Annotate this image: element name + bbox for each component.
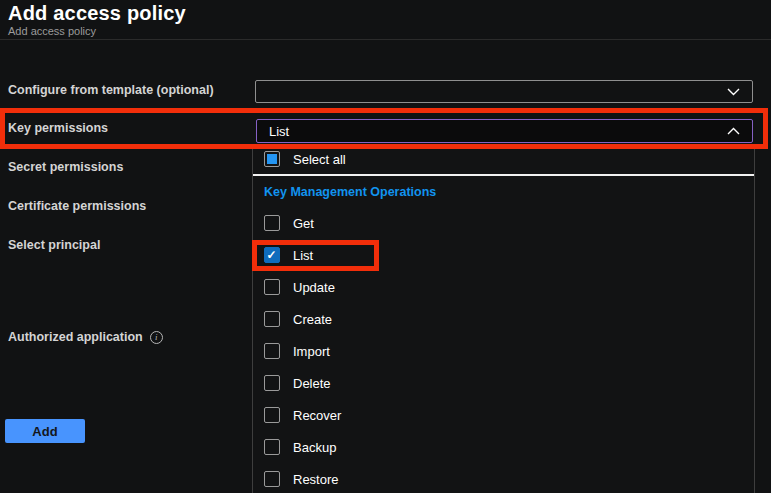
create-checkbox[interactable] [264,311,280,327]
label-select-principal: Select principal [8,238,100,252]
page-title: Add access policy [8,2,186,25]
add-button[interactable]: Add [5,419,85,443]
update-checkbox[interactable] [264,279,280,295]
option-import[interactable]: Import [253,339,754,363]
option-label: List [293,248,313,263]
info-icon[interactable]: i [150,331,163,344]
label-configure-from-template: Configure from template (optional) [8,83,214,97]
option-delete[interactable]: Delete [253,371,754,395]
header-divider [0,39,771,40]
label-secret-permissions: Secret permissions [8,160,123,174]
key-permissions-dropdown-value: List [269,124,289,139]
option-backup[interactable]: Backup [253,435,754,459]
option-list[interactable]: List [253,243,754,267]
label-key-permissions: Key permissions [8,121,108,135]
select-all-option[interactable]: Select all [253,147,754,171]
template-dropdown[interactable] [255,80,753,103]
option-label: Backup [293,440,336,455]
key-permissions-dropdown[interactable]: List [256,119,753,143]
chevron-down-icon [727,88,740,96]
option-label: Update [293,280,335,295]
import-checkbox[interactable] [264,343,280,359]
option-get[interactable]: Get [253,211,754,235]
select-all-checkbox[interactable] [264,151,280,167]
get-checkbox[interactable] [264,215,280,231]
option-restore[interactable]: Restore [253,467,754,491]
option-create[interactable]: Create [253,307,754,331]
option-label: Recover [293,408,341,423]
option-label: Import [293,344,330,359]
delete-checkbox[interactable] [264,375,280,391]
option-update[interactable]: Update [253,275,754,299]
select-all-label: Select all [293,152,346,167]
option-label: Create [293,312,332,327]
option-label: Delete [293,376,331,391]
chevron-up-icon [727,127,740,135]
recover-checkbox[interactable] [264,407,280,423]
page-subtitle: Add access policy [8,25,96,37]
restore-checkbox[interactable] [264,471,280,487]
label-certificate-permissions: Certificate permissions [8,199,146,213]
option-label: Restore [293,472,339,487]
list-checkbox[interactable] [264,247,280,263]
panel-divider [253,174,754,176]
authorized-application-text: Authorized application [8,330,143,344]
option-recover[interactable]: Recover [253,403,754,427]
backup-checkbox[interactable] [264,439,280,455]
label-authorized-application: Authorized application i [8,330,163,344]
key-permissions-panel: Select all Key Management Operations Get… [252,147,755,493]
group-header-key-management: Key Management Operations [264,185,436,199]
option-label: Get [293,216,314,231]
